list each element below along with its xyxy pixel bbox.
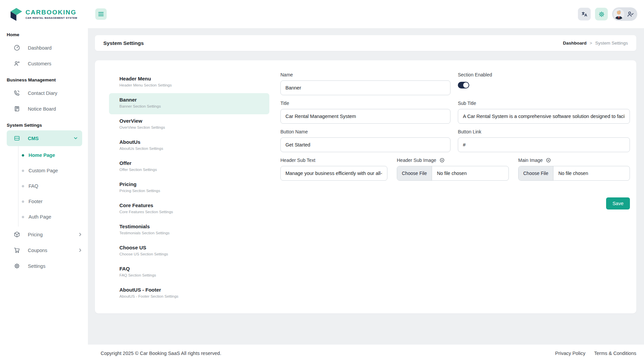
sub-title-input[interactable]: [458, 109, 630, 124]
avatar: [613, 8, 625, 20]
chevron-right-icon: [78, 248, 82, 252]
choose-file-button[interactable]: Choose File: [397, 166, 432, 180]
translate-button[interactable]: [578, 8, 591, 20]
sidebar-nav: HomeDashboardCustomersBusiness Managemen…: [0, 32, 88, 274]
sidebar-item-customers[interactable]: Customers: [0, 56, 88, 71]
sidebar-subitem-faq[interactable]: FAQ: [18, 178, 88, 194]
breadcrumb-dashboard[interactable]: Dashboard: [563, 41, 587, 46]
breadcrumb: Dashboard > System Settings: [563, 41, 628, 46]
sidebar-subitem-label: Home Page: [29, 153, 55, 158]
sidebar-item-label: Coupons: [28, 248, 78, 253]
section-enabled-label: Section Enabled: [458, 72, 630, 77]
header-sub-image-preview-icon[interactable]: [439, 158, 445, 163]
sidebar-item-label: Contact Diary: [28, 90, 82, 96]
sidebar-item-cms[interactable]: CMS: [7, 130, 82, 146]
section-item-subtitle: AboutUs Section Settings: [119, 146, 264, 150]
sidebar-item-settings[interactable]: Settings: [0, 258, 88, 274]
section-item-title: Testimonials: [119, 224, 264, 229]
sidebar-subitem-label: Footer: [29, 199, 43, 204]
main-image-label-text: Main Image: [518, 158, 543, 163]
sidebar-item-dashboard[interactable]: Dashboard: [0, 40, 88, 56]
section-item-title: Offer: [119, 160, 264, 166]
choose-file-button[interactable]: Choose File: [519, 166, 553, 180]
sidebar-item-label: Customers: [28, 61, 82, 66]
section-item-title: Pricing: [119, 181, 264, 187]
sidebar-subitem-auth-page[interactable]: Auth Page: [18, 209, 88, 225]
sidebar-item-notice-board[interactable]: Notice Board: [0, 101, 88, 117]
section-item-title: OverView: [119, 118, 264, 124]
content-area: System Settings Dashboard > System Setti…: [88, 28, 644, 345]
sidebar-item-pricing[interactable]: Pricing: [0, 227, 88, 242]
toggle-knob: [463, 82, 469, 88]
settings-button[interactable]: [595, 8, 608, 20]
section-item-subtitle: Testimonials Section Settings: [119, 231, 264, 235]
name-input[interactable]: [280, 80, 450, 95]
section-item-subtitle: Banner Section Settings: [119, 104, 264, 108]
sidebar-toggle-button[interactable]: [95, 8, 107, 20]
sidebar: CARBOOKING CAR RENTAL MANAGEMENT SYSTEM …: [0, 0, 88, 362]
bullet-icon: [22, 200, 24, 203]
footer-link-privacy-policy[interactable]: Privacy Policy: [555, 351, 585, 356]
section-item-title: Banner: [119, 97, 264, 103]
header-sub-text-label: Header Sub Text: [280, 158, 387, 163]
button-link-label: Button Link: [458, 129, 630, 134]
sidebar-item-label: Settings: [28, 263, 82, 269]
brand-logo: CARBOOKING CAR RENTAL MANAGEMENT SYSTEM: [0, 3, 88, 26]
file-status: No file chosen: [553, 171, 593, 176]
bullet-icon: [22, 170, 24, 172]
sidebar-subitem-home-page[interactable]: Home Page: [18, 147, 88, 163]
section-enabled-toggle[interactable]: [458, 82, 469, 88]
title-input[interactable]: [280, 109, 450, 124]
section-item-title: Core Features: [119, 202, 264, 208]
sidebar-subitem-label: Custom Page: [29, 168, 58, 173]
section-list-item-faq[interactable]: FAQFAQ Section Settings: [109, 262, 269, 283]
bullet-icon: [22, 154, 24, 157]
sidebar-item-coupons[interactable]: Coupons: [0, 242, 88, 258]
sidebar-section-header-system-settings: System Settings: [7, 123, 88, 128]
sidebar-item-label: Notice Board: [28, 106, 82, 112]
header-sub-image-label: Header Sub Image: [397, 158, 509, 163]
banner-section-form: Name Section Enabled Title: [280, 72, 630, 300]
section-list-item-aboutus[interactable]: AboutUsAboutUs Section Settings: [109, 135, 269, 157]
section-list-item-core-features[interactable]: Core FeaturesCore Features Section Setti…: [109, 199, 269, 220]
gear-icon: [13, 263, 20, 269]
section-list-item-banner[interactable]: BannerBanner Section Settings: [109, 93, 269, 114]
section-item-title: Choose US: [119, 245, 264, 250]
file-status: No file chosen: [432, 171, 472, 176]
footer-link-terms-conditions[interactable]: Terms & Conditions: [594, 351, 636, 356]
button-link-input[interactable]: [458, 137, 630, 152]
main-image-file-input[interactable]: Choose File No file chosen: [518, 166, 630, 181]
sidebar-item-label: Pricing: [28, 232, 78, 237]
sidebar-submenu-cms: Home PageCustom PageFAQFooterAuth Page: [18, 146, 88, 227]
section-list-item-choose-us[interactable]: Choose USChoose US Section Settings: [109, 241, 269, 262]
section-list-item-overview[interactable]: OverViewOverView Section Settings: [109, 114, 269, 135]
section-list-item-pricing[interactable]: PricingPricing Section Settings: [109, 178, 269, 199]
main-image-preview-icon[interactable]: [546, 158, 551, 163]
gear-icon: [598, 11, 605, 17]
section-item-title: FAQ: [119, 266, 264, 272]
header-sub-text-input[interactable]: [280, 166, 387, 181]
section-list-item-testimonials[interactable]: TestimonialsTestimonials Section Setting…: [109, 220, 269, 241]
page-title: System Settings: [103, 40, 144, 46]
section-item-subtitle: OverView Section Settings: [119, 125, 264, 129]
section-item-subtitle: Offer Section Settings: [119, 168, 264, 172]
sidebar-item-contact-diary[interactable]: Contact Diary: [0, 85, 88, 101]
sidebar-subitem-label: Auth Page: [29, 214, 51, 220]
section-list-item-header-menu[interactable]: Header MenuHeader Menu Section Settings: [109, 72, 269, 93]
section-list-item-aboutus-footer[interactable]: AboutUS - FooterAboutUS - Footer Section…: [109, 283, 269, 304]
section-item-subtitle: Core Features Section Settings: [119, 210, 264, 214]
person-add-icon: [13, 60, 20, 67]
copyright-text: Copyright 2025 © Car Booking SaaS All ri…: [101, 351, 221, 356]
title-label: Title: [280, 101, 450, 106]
button-name-label: Button Name: [280, 129, 450, 134]
footer: Copyright 2025 © Car Booking SaaS All ri…: [88, 345, 644, 362]
section-item-subtitle: Header Menu Section Settings: [119, 83, 264, 87]
profile-menu-button[interactable]: [612, 7, 637, 21]
main-image-label: Main Image: [518, 158, 630, 163]
header-sub-image-file-input[interactable]: Choose File No file chosen: [397, 166, 509, 181]
sidebar-subitem-custom-page[interactable]: Custom Page: [18, 163, 88, 178]
section-list-item-offer[interactable]: OfferOffer Section Settings: [109, 157, 269, 178]
sidebar-subitem-footer[interactable]: Footer: [18, 194, 88, 209]
button-name-input[interactable]: [280, 137, 450, 152]
save-button[interactable]: Save: [606, 197, 630, 209]
